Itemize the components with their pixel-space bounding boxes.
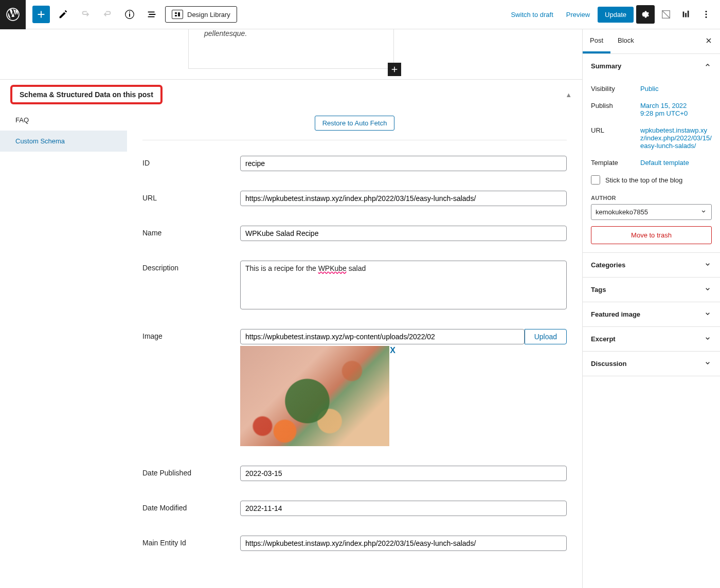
preview-paragraph: pellentesque. xyxy=(204,29,378,38)
field-label-url: URL xyxy=(142,191,240,202)
chevron-down-icon xyxy=(704,334,712,344)
restore-auto-fetch-button[interactable]: Restore to Auto Fetch xyxy=(315,116,395,131)
field-label-name: Name xyxy=(142,226,240,237)
chevron-up-icon xyxy=(704,61,712,71)
edit-icon[interactable] xyxy=(55,6,72,23)
chevron-down-icon xyxy=(704,309,712,319)
field-label-description: Description xyxy=(142,261,240,272)
section-categories[interactable]: Categories xyxy=(583,253,720,277)
chevron-down-icon xyxy=(700,208,707,216)
image-preview: X xyxy=(240,346,389,446)
schema-panel-title: Schema & Structured Data on this post xyxy=(10,85,163,104)
close-sidebar-icon[interactable] xyxy=(697,29,720,53)
author-heading: AUTHOR xyxy=(591,195,712,201)
list-view-icon[interactable] xyxy=(143,6,160,23)
info-icon[interactable] xyxy=(121,6,138,23)
preview-button[interactable]: Preview xyxy=(561,7,595,23)
remove-image-button[interactable]: X xyxy=(390,346,395,355)
field-input-id[interactable] xyxy=(240,156,567,171)
stick-to-top-label: Stick to the top of the blog xyxy=(605,176,682,184)
section-tags[interactable]: Tags xyxy=(583,278,720,302)
author-value: kemokukeko7855 xyxy=(596,208,648,216)
chevron-down-icon xyxy=(704,359,712,369)
field-input-name[interactable] xyxy=(240,226,567,241)
url-value[interactable]: wpkubetest.instawp.xyz/index.php/2022/03… xyxy=(640,126,712,150)
field-label-image: Image xyxy=(142,329,240,340)
redo-icon[interactable] xyxy=(99,6,116,23)
wordpress-logo[interactable] xyxy=(0,0,26,29)
field-label-date-modified: Date Modified xyxy=(142,501,240,512)
template-value[interactable]: Default template xyxy=(640,159,712,167)
chevron-down-icon xyxy=(704,260,712,270)
section-summary-header[interactable]: Summary xyxy=(583,54,720,78)
tab-post[interactable]: Post xyxy=(583,29,610,53)
design-library-button[interactable]: Design Library xyxy=(165,6,237,23)
svg-point-7 xyxy=(706,16,707,18)
svg-rect-2 xyxy=(129,13,130,16)
more-options-icon[interactable] xyxy=(697,6,715,23)
stick-to-top-checkbox[interactable] xyxy=(591,175,600,185)
field-input-url[interactable] xyxy=(240,191,567,206)
field-label-id: ID xyxy=(142,156,240,167)
switch-to-draft-button[interactable]: Switch to draft xyxy=(506,7,558,23)
styles-icon[interactable] xyxy=(657,6,675,23)
page-preview[interactable]: pellentesque. xyxy=(188,29,394,69)
publish-value[interactable]: March 15, 20229:28 pm UTC+0 xyxy=(640,102,712,117)
field-input-date-modified[interactable] xyxy=(240,501,567,516)
svg-point-5 xyxy=(706,11,707,12)
add-block-inline-button[interactable] xyxy=(388,63,401,76)
upload-button[interactable]: Upload xyxy=(525,329,567,344)
field-label-date-published: Date Published xyxy=(142,466,240,477)
design-library-label: Design Library xyxy=(187,11,230,19)
chevron-down-icon xyxy=(704,285,712,295)
url-label: URL xyxy=(591,126,640,150)
svg-point-6 xyxy=(706,14,707,15)
chevron-up-icon: ▲ xyxy=(565,91,572,99)
field-label-main-entity-id: Main Entity Id xyxy=(142,536,240,547)
author-select[interactable]: kemokukeko7855 xyxy=(591,204,712,220)
field-input-main-entity-id[interactable] xyxy=(240,536,567,551)
field-input-date-published[interactable] xyxy=(240,466,567,481)
section-excerpt[interactable]: Excerpt xyxy=(583,327,720,351)
svg-rect-3 xyxy=(129,12,130,13)
add-block-button[interactable] xyxy=(32,6,50,23)
settings-icon[interactable] xyxy=(636,5,655,24)
visibility-label: Visibility xyxy=(591,85,640,93)
schema-nav-custom-schema[interactable]: Custom Schema xyxy=(0,131,127,152)
undo-icon[interactable] xyxy=(77,6,94,23)
template-label: Template xyxy=(591,159,640,167)
field-input-image[interactable] xyxy=(240,329,525,344)
stackable-icon[interactable] xyxy=(677,6,695,23)
tab-block[interactable]: Block xyxy=(610,29,641,53)
publish-label: Publish xyxy=(591,102,640,117)
schema-nav-faq[interactable]: FAQ xyxy=(0,109,127,131)
update-button[interactable]: Update xyxy=(598,7,634,23)
visibility-value[interactable]: Public xyxy=(640,85,712,93)
move-to-trash-button[interactable]: Move to trash xyxy=(591,226,712,244)
section-summary-title: Summary xyxy=(591,62,621,70)
section-discussion[interactable]: Discussion xyxy=(583,352,720,376)
schema-panel-header[interactable]: Schema & Structured Data on this post ▲ xyxy=(0,80,582,109)
design-library-icon xyxy=(172,10,183,19)
field-input-description[interactable]: This is a recipe for the WPKube salad xyxy=(240,261,567,309)
section-featured-image[interactable]: Featured image xyxy=(583,302,720,326)
